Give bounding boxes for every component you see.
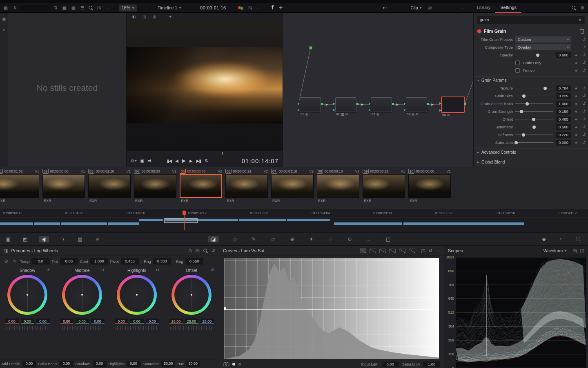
param-slider[interactable] [515, 85, 553, 91]
expand-icon[interactable]: ◳ [421, 248, 425, 254]
param-value[interactable]: 0.500 [556, 124, 571, 130]
clip-thumbnail[interactable] [180, 174, 222, 198]
detail-view-icon[interactable]: ▥ [70, 4, 77, 11]
goto-last-frame-button[interactable] [196, 159, 201, 163]
clip-item[interactable]: 1000:00:00:00V1EXR [407, 167, 452, 209]
field-value[interactable]: 0.00 [60, 258, 78, 265]
viewer-scrub-bar[interactable] [127, 151, 283, 155]
param-slider[interactable] [515, 124, 553, 130]
bars-view-icon[interactable]: ▤ [195, 248, 199, 254]
curve-point-right[interactable] [437, 307, 439, 310]
rgb-value-r[interactable]: 25.00 [169, 319, 183, 324]
field-value[interactable]: 0.0 [31, 258, 49, 265]
rgb-value-b[interactable]: 25.00 [200, 319, 214, 324]
active-dot-icon[interactable] [232, 363, 235, 366]
reset-icon[interactable]: ↺ [581, 61, 587, 65]
footer-field-value[interactable]: 0.00 [127, 361, 140, 367]
timeline-clip-segment[interactable] [198, 219, 238, 221]
magic-mask-icon[interactable]: ✦ [308, 236, 315, 242]
clip-thumbnail[interactable] [271, 174, 314, 198]
slider-handle[interactable] [514, 141, 518, 144]
timeline-tracks[interactable] [0, 218, 588, 230]
param-slider[interactable] [515, 132, 553, 138]
link-icon[interactable] [223, 362, 229, 366]
viewer-zoom-select[interactable]: 16%▾ [119, 4, 137, 11]
scope-mode-select[interactable]: Waveform▾ [541, 247, 569, 254]
clip-thumbnail[interactable] [88, 174, 131, 198]
reset-icon[interactable]: ↺ [581, 132, 587, 137]
slider-handle[interactable] [543, 87, 547, 90]
rgb-value-g[interactable]: 0.00 [130, 319, 144, 324]
auto-balance-icon[interactable]: Ⓐ [3, 258, 9, 265]
rgb-value-g[interactable]: 0.00 [21, 319, 34, 324]
mini-timeline[interactable]: 01:00:00:0001:00:04:2001:00:09:1601:00:1… [0, 209, 588, 232]
key-input-port[interactable] [439, 109, 441, 112]
curve-sat-vs-sat-icon[interactable] [409, 249, 415, 253]
color-indicator-icon[interactable] [238, 5, 244, 10]
opacity-value[interactable]: 0.600 [556, 52, 571, 58]
keyframe-icon[interactable]: ◆ [574, 61, 579, 65]
corrector-node[interactable]: 02▥☑ [335, 97, 356, 112]
reset-icon[interactable]: ↺ [581, 109, 587, 114]
global-blend-section-header[interactable]: ▸ Global Blend [474, 158, 588, 166]
freeze-checkbox[interactable] [515, 68, 520, 73]
keyframe-icon[interactable]: ◆ [574, 102, 579, 105]
clip-filter-select[interactable]: Clip▾ [408, 4, 425, 11]
wheel-inner[interactable] [10, 278, 45, 312]
timeline-clip-segment[interactable] [0, 222, 33, 225]
clip-thumbnail[interactable] [408, 174, 451, 198]
motion-effects-icon[interactable]: ≡ [94, 236, 100, 242]
rgb-value-b[interactable]: 0.00 [36, 319, 50, 324]
reset-icon[interactable]: ↺ [581, 68, 587, 73]
field-value[interactable]: 0.435 [121, 258, 139, 265]
bypass-grades-icon[interactable]: ⊘▾ [131, 159, 136, 163]
zoom-view-icon[interactable] [203, 248, 208, 254]
keyframe-icon[interactable]: ◆ [574, 94, 579, 98]
slider-handle[interactable] [522, 94, 526, 98]
reset-icon[interactable]: ↺ [211, 268, 214, 272]
scopes-icon[interactable]: ≈ [558, 236, 564, 242]
param-slider[interactable] [515, 109, 553, 114]
rgb-value-b[interactable]: 0.00 [91, 319, 105, 324]
param-value[interactable]: 0.229 [556, 93, 571, 99]
param-value[interactable]: 0.000 [556, 140, 571, 146]
move-tool-icon[interactable]: ✚ [278, 4, 284, 11]
reset-icon[interactable]: ↺ [581, 140, 587, 145]
param-value[interactable]: 0.159 [556, 109, 571, 114]
curves-graph[interactable] [224, 258, 439, 359]
timeline-clip-segment[interactable] [239, 219, 286, 221]
more-icon[interactable]: ⋯ [436, 248, 440, 254]
reset-icon[interactable]: ↺ [581, 117, 587, 121]
color-wheel[interactable] [7, 275, 47, 315]
advanced-controls-section-header[interactable]: ▸ Advanced Controls [474, 148, 588, 156]
reset-icon[interactable]: ↺ [581, 53, 587, 57]
clip-item[interactable]: 0400:00:00:00V2EXR [132, 167, 178, 209]
key-icon[interactable]: ⊙ [347, 236, 353, 242]
clip-thumbnail[interactable] [363, 174, 405, 198]
key-input-port[interactable] [333, 109, 335, 111]
panel-more-icon[interactable]: ⋯ [459, 4, 466, 11]
tab-library[interactable]: Library [472, 3, 496, 13]
param-slider[interactable] [515, 93, 553, 99]
input-lum-value[interactable]: 0.00 [382, 361, 399, 367]
reset-icon[interactable]: ↺ [212, 248, 215, 254]
stereo-icon[interactable]: ◫ [385, 236, 392, 242]
opacity-slider-handle[interactable] [536, 54, 539, 57]
wheel-inner[interactable] [65, 278, 99, 312]
timeline-clip-segment[interactable] [287, 219, 330, 221]
export-still-icon[interactable]: ⇩ [11, 4, 18, 11]
reset-icon[interactable]: ↺ [581, 37, 587, 42]
keyframe-icon[interactable]: ◆ [574, 118, 579, 121]
slider-handle[interactable] [522, 133, 525, 137]
curve-hue-vs-sat-icon[interactable] [379, 249, 386, 253]
selected-clip-region[interactable] [164, 218, 198, 223]
timeline-clip-segment[interactable] [334, 222, 402, 225]
field-value[interactable]: 0.550 [185, 258, 203, 265]
clip-thumbnail[interactable] [0, 174, 39, 198]
footer-field-value[interactable]: 0.00 [22, 361, 36, 367]
thumb-view-icon[interactable]: ▦ [61, 4, 68, 11]
color-wheel[interactable] [62, 275, 102, 315]
footer-field-value[interactable]: 50.00 [186, 361, 200, 367]
keyframe-icon[interactable]: ◆ [574, 54, 579, 57]
clip-item[interactable]: 0500:00:00:00V2EXR [178, 167, 224, 209]
